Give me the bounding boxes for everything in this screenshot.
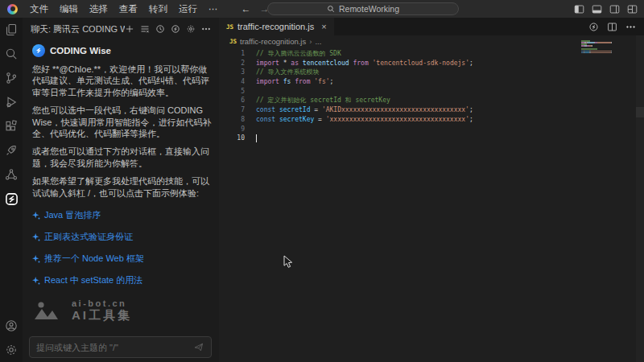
- settings-gear-icon[interactable]: [0, 338, 23, 362]
- toggle-secondary-sidebar-icon[interactable]: [609, 4, 620, 14]
- send-icon[interactable]: [193, 342, 204, 352]
- example-link-java[interactable]: Java 冒泡排序: [32, 209, 212, 221]
- explorer-icon[interactable]: [0, 18, 23, 42]
- code-lines: 1// 导入腾讯云云函数的 SDK2import * as tencentclo…: [219, 49, 644, 143]
- tab-bar: JS traffic-recognition.js ×: [219, 18, 644, 35]
- layout-controls: [574, 0, 638, 18]
- watermark-logo-icon: [34, 300, 66, 323]
- line-number: 5: [219, 87, 245, 97]
- history-icon[interactable]: [155, 24, 165, 34]
- search-icon: [327, 5, 335, 13]
- chat-paragraph: 您也可以选中一段代码，右键询问 CODING Wise，快速调用常用智能指令，进…: [32, 105, 212, 139]
- text-cursor: [256, 134, 257, 142]
- menu-selection[interactable]: 选择: [84, 3, 114, 15]
- editor-actions: [588, 18, 636, 35]
- chat-settings-gear-icon[interactable]: [186, 24, 196, 34]
- line-number: 3: [219, 68, 245, 77]
- breadcrumb: JS traffic-recognition.js › ...: [219, 35, 644, 47]
- sparkle-icon: [32, 255, 40, 263]
- new-chat-icon[interactable]: [125, 24, 134, 34]
- chat-panel-header: 聊天: 腾讯云 CODING WISE: [23, 18, 219, 37]
- chat-message: CODING Wise 您好 **@Chloe.**，欢迎使用！我可以帮你做代码…: [23, 44, 219, 323]
- example-link-react[interactable]: React 中 setState 的用法: [32, 274, 212, 286]
- sparkle-icon: [32, 233, 40, 241]
- split-editor-icon[interactable]: [607, 22, 617, 32]
- line-number: 7: [219, 105, 245, 115]
- code-line[interactable]: 9: [219, 125, 644, 134]
- watermark: ai-bot.cn AI工具集: [34, 298, 212, 323]
- tab-traffic-recognition[interactable]: JS traffic-recognition.js ×: [219, 18, 334, 35]
- source-control-icon[interactable]: [0, 66, 23, 90]
- code-line[interactable]: 8const secretKey = 'xxxxxxxxxxxxxxxxxxxx…: [219, 115, 644, 125]
- search-icon[interactable]: [0, 42, 23, 66]
- sparkle-icon: [32, 212, 40, 220]
- code-line[interactable]: 2import * as tencentcloud from 'tencentc…: [219, 59, 644, 68]
- menu-view[interactable]: 查看: [114, 3, 143, 15]
- more-actions-icon[interactable]: [201, 24, 211, 34]
- watermark-line1: ai-bot.cn: [72, 298, 132, 308]
- scrollbar[interactable]: [636, 35, 644, 362]
- chat-panel: 聊天: 腾讯云 CODING WISE CODING Wise 您好 **@Ch…: [23, 18, 219, 362]
- assistant-name: CODING Wise: [50, 46, 111, 56]
- code-line[interactable]: 5: [219, 87, 644, 97]
- code-line[interactable]: 4import fs from 'fs';: [219, 77, 644, 87]
- code-line[interactable]: 1// 导入腾讯云云函数的 SDK: [219, 49, 644, 59]
- minimap[interactable]: [581, 40, 615, 56]
- more-actions-icon[interactable]: [625, 22, 636, 32]
- code-line[interactable]: 7const secretId = 'AKIDxxxxxxxxxxxxxxxxx…: [219, 105, 644, 115]
- line-number: 10: [219, 134, 245, 143]
- toggle-sidebar-icon[interactable]: [574, 4, 584, 14]
- example-link-node[interactable]: 推荐一个 Node Web 框架: [32, 253, 212, 265]
- editor-area: JS traffic-recognition.js × JS traffic-r…: [219, 18, 644, 362]
- code-line[interactable]: 6// 定义并初始化 secretId 和 secretKey: [219, 96, 644, 105]
- tab-close-icon[interactable]: ×: [321, 22, 326, 31]
- back-arrow-icon[interactable]: ←: [242, 3, 251, 14]
- menu-bar: 文件 编辑 选择 查看 转到 运行 ⋯: [24, 3, 224, 15]
- breadcrumb-separator: ›: [309, 37, 312, 46]
- chat-input[interactable]: [36, 343, 188, 352]
- menu-more[interactable]: ⋯: [203, 3, 224, 14]
- code-editor[interactable]: 1// 导入腾讯云云函数的 SDK2import * as tencentclo…: [219, 47, 644, 143]
- menu-run[interactable]: 运行: [173, 3, 203, 15]
- coding-wise-circle-icon[interactable]: [171, 24, 180, 34]
- workspace-name: RemoteWorking: [339, 4, 399, 14]
- example-links: Java 冒泡排序 正则表达式验证身份证 推荐一个 Node Web 框架 Re…: [32, 209, 212, 286]
- extensions-icon[interactable]: [0, 114, 23, 138]
- js-file-icon: JS: [226, 23, 233, 31]
- coding-logo-icon: [7, 4, 18, 14]
- breadcrumb-symbol[interactable]: ...: [315, 37, 321, 46]
- chat-paragraph: 如果您希望了解更多我处理代码的技能，可以试试输入斜杠 /，也可以点击下面示例体验…: [32, 175, 212, 199]
- tab-label: traffic-recognition.js: [237, 22, 314, 31]
- coding-wise-icon[interactable]: [0, 187, 23, 211]
- watermark-line2: AI工具集: [72, 308, 132, 323]
- example-link-regex[interactable]: 正则表达式验证身份证: [32, 231, 212, 243]
- sparkle-icon: [32, 277, 40, 285]
- line-number: 1: [219, 49, 245, 59]
- code-line[interactable]: 10: [219, 134, 644, 143]
- menu-edit[interactable]: 编辑: [54, 3, 84, 15]
- customize-layout-icon[interactable]: [627, 4, 638, 14]
- chat-list-icon[interactable]: [140, 24, 150, 34]
- line-number: 9: [219, 125, 245, 134]
- title-bar: 文件 编辑 选择 查看 转到 运行 ⋯ ← → RemoteWorking: [0, 0, 644, 18]
- chat-header-actions: [125, 24, 211, 34]
- breadcrumb-file[interactable]: traffic-recognition.js: [240, 37, 306, 46]
- line-number: 4: [219, 77, 245, 87]
- js-file-icon: JS: [229, 38, 237, 45]
- rocket-icon[interactable]: [0, 138, 23, 162]
- nav-arrows: ← →: [242, 3, 270, 14]
- toggle-panel-icon[interactable]: [592, 4, 602, 14]
- coding-wise-circle-icon[interactable]: [588, 22, 599, 32]
- command-center[interactable]: RemoteWorking: [267, 2, 459, 15]
- chat-paragraph: 您好 **@Chloe.**，欢迎使用！我可以帮你做代码建议、单元测试生成、代码…: [32, 64, 212, 98]
- account-icon[interactable]: [0, 314, 23, 338]
- scrollbar-thumb[interactable]: [636, 107, 644, 117]
- menu-file[interactable]: 文件: [24, 3, 54, 15]
- run-and-debug-icon[interactable]: [0, 90, 23, 114]
- share-icon[interactable]: [0, 162, 23, 187]
- menu-go[interactable]: 转到: [143, 3, 173, 15]
- activity-bar: [0, 18, 23, 362]
- code-line[interactable]: 3// 导入文件系统模块: [219, 68, 644, 77]
- chat-paragraph: 或者您也可以通过下方的对话框，直接输入问题，我会尽我所能为你解答。: [32, 146, 212, 169]
- assistant-header: CODING Wise: [32, 44, 212, 57]
